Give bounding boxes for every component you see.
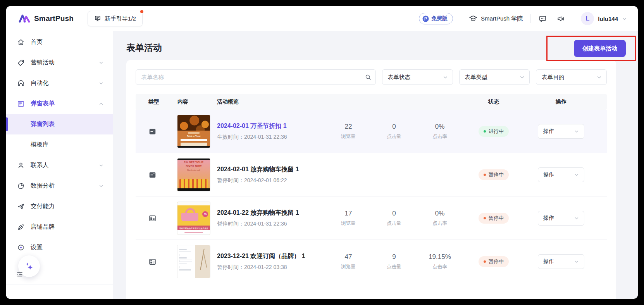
popup-icon [148,171,177,179]
status-dot [484,174,486,176]
campaign-thumbnail[interactable]: Trick or Treat [177,115,210,148]
stat-views: 17浏览量 [325,210,371,227]
sidebar-item-label: 模板库 [31,141,49,149]
feedback-chat-icon[interactable] [539,15,547,23]
embed-icon [148,214,177,222]
form-name-search-input[interactable] [136,69,376,85]
sidebar-item-label: 营销活动 [31,59,99,67]
sidebar-item-label: 数据分析 [31,182,99,190]
chevron-down-icon [574,172,579,177]
col-type: 类型 [148,98,177,105]
sidebar-item-store-brand[interactable]: 店铺品牌 [6,217,113,237]
campaign-time: 暂停时间：2024-01-22 03:38 [217,264,325,271]
campaign-thumbnail[interactable]: 现在只有购物车界面可以触及挽留 [177,202,210,234]
status-badge: 进行中 [479,126,509,137]
brand[interactable]: SmartPush [19,14,74,24]
brush-icon [17,223,25,231]
sparkles-icon [24,261,34,271]
row-action-dropdown[interactable]: 操作 [538,167,584,182]
academy-link[interactable]: SmartPush 学院 [469,15,523,22]
campaign-title[interactable]: 2023-12-21 欢迎订阅（品牌） 1 [217,252,325,260]
chevron-down-icon [99,163,103,168]
sidebar-item-popup-list[interactable]: 弹窗列表 [6,114,113,134]
campaign-thumbnail[interactable] [177,245,210,278]
form-campaign-card: 表单状态 表单类型 表单目的 类型 内容 活动概 [126,60,616,299]
table-row[interactable]: Trick or Treat 2024-02-01 万圣节折扣 1 生效时间：2… [136,110,607,153]
tag-icon [17,59,25,67]
main-content: 表单活动 创建表单活动 [113,31,638,299]
sidebar-item-label: 设置 [31,243,103,252]
form-type-select[interactable]: 表单类型 [459,69,530,85]
top-bar: SmartPush 新手引导1/2 免费版 [6,6,638,31]
sidebar-item-settings[interactable]: 设置 [6,237,113,258]
user-menu[interactable]: L lulu144 [581,12,627,25]
form-type-value: 表单类型 [465,74,487,81]
row-action-dropdown[interactable]: 操作 [538,211,584,226]
sidebar-item-home[interactable]: 首页 [6,32,113,52]
row-action-dropdown[interactable]: 操作 [538,254,584,269]
action-label: 操作 [543,171,554,178]
chevron-down-icon [99,184,103,188]
pie-icon [17,182,25,190]
campaign-time: 暂停时间：2024-02-01 06:22 [217,177,325,184]
automation-icon [17,79,25,87]
collapse-sidebar-icon[interactable] [16,271,23,279]
col-content: 内容 [177,98,217,105]
popup-icon [17,100,25,108]
sidebar-item-template-library[interactable]: 模板库 [6,134,113,155]
sidebar-item-marketing[interactable]: 营销活动 [6,52,113,73]
stat-ctr: 0%点击率 [417,123,463,140]
sidebar-item-label: 弹窗表单 [31,100,99,108]
campaign-title[interactable]: 2024-01-22 放弃购物车挽留 1 [217,209,325,216]
sidebar-item-contacts[interactable]: 联系人 [6,155,113,176]
sidebar-item-popup-forms[interactable]: 弹窗表单 [6,93,113,114]
sidebar-item-deliverability[interactable]: 交付能力 [6,196,113,217]
sidebar-item-analytics[interactable]: 数据分析 [6,176,113,196]
thumbnail-text: Don't miss out! [177,169,210,171]
form-purpose-select[interactable]: 表单目的 [536,69,607,85]
chevron-down-icon [99,60,103,65]
notification-dot [140,10,143,13]
status-badge: 暂停中 [479,213,509,224]
guide-label: 新手引导1/2 [105,15,136,22]
graduation-cap-icon [469,15,477,22]
table-row[interactable]: 0% OFF YOURRIGHT NOWDon't miss out! 2024… [136,153,607,196]
form-status-select[interactable]: 表单状态 [382,69,453,85]
annotation-highlight: 创建表单活动 [546,36,636,61]
campaign-title[interactable]: 2024-02-01 放弃购物车挽留 1 [217,165,325,173]
chevron-down-icon [443,75,448,80]
divider [530,14,531,23]
campaign-thumbnail[interactable]: 0% OFF YOURRIGHT NOWDon't miss out! [177,159,210,191]
create-form-button[interactable]: 创建表单活动 [574,40,626,57]
row-action-dropdown[interactable]: 操作 [538,124,584,139]
send-icon [17,203,25,210]
status-label: 暂停中 [489,258,504,265]
campaign-title[interactable]: 2024-02-01 万圣节折扣 1 [217,122,325,129]
thumbnail-text: RIGHT NOW [177,164,210,167]
col-overview: 活动概览 [217,98,325,105]
campaign-time: 暂停时间：2024-01-31 22:36 [217,221,325,227]
announcement-speaker-icon[interactable] [557,15,565,23]
user-name: lulu144 [598,16,618,22]
avatar: L [581,12,594,25]
status-dot [484,130,486,133]
embed-icon [148,258,177,266]
brand-name: SmartPush [34,14,74,23]
sidebar-item-automation[interactable]: 自动化 [6,73,113,93]
chevron-down-icon [574,259,579,264]
status-badge: 暂停中 [479,256,509,267]
plan-badge[interactable]: 免费版 [419,13,453,24]
onboarding-guide-button[interactable]: 新手引导1/2 [88,11,143,26]
sidebar-item-label: 首页 [31,38,103,46]
table-row[interactable]: 现在只有购物车界面可以触及挽留 2024-01-22 放弃购物车挽留 1 暂停时… [136,196,607,240]
sidebar-nav: 首页营销活动自动化弹窗表单弹窗列表模板库联系人数据分析交付能力店铺品牌设置 [6,32,113,258]
chevron-down-icon [597,75,602,80]
chevron-down-icon [622,16,627,21]
action-label: 操作 [543,215,554,222]
popup-icon [148,128,177,136]
guide-icon [94,15,101,22]
chevron-down-icon [99,81,103,86]
home-icon [17,38,25,46]
status-dot [484,260,486,263]
table-row[interactable]: 2023-12-21 欢迎订阅（品牌） 1 暂停时间：2024-01-22 03… [136,240,607,283]
